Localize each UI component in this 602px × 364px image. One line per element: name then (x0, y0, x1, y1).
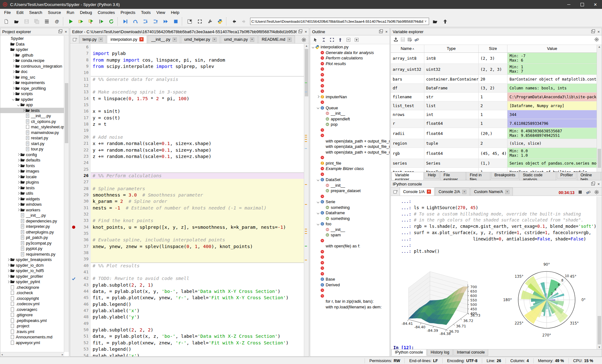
close-icon[interactable]: × (64, 30, 67, 34)
gutter-marker[interactable] (70, 217, 77, 224)
outline-item-__init__[interactable]: __init__ (310, 227, 390, 233)
parent-dir-icon[interactable] (440, 16, 450, 27)
project-item-spyder_pylint[interactable]: spyder_pylint (0, 279, 64, 285)
gutter-marker[interactable] (70, 192, 77, 198)
working-directory-input[interactable]: C:\Users\TestUser\Downloads\16740156420f… (250, 18, 429, 25)
menu-consoles[interactable]: Consoles (95, 9, 118, 15)
gutter-marker[interactable] (70, 89, 77, 95)
outline-item-dataframe[interactable]: CDataframe (310, 210, 390, 216)
project-item-defaults[interactable]: defaults (0, 157, 64, 163)
stop-debug-icon[interactable] (171, 16, 181, 27)
project-item-scripts[interactable]: scripts (0, 91, 64, 97)
editor-tab-umd_main.py[interactable]: umd_main.py✕ (221, 35, 258, 43)
variable-size[interactable]: (2, 3) (479, 53, 508, 64)
back-icon[interactable] (229, 16, 239, 27)
outline-item-item[interactable]: % (310, 265, 390, 271)
project-item-data[interactable]: Data (0, 41, 64, 47)
gutter-marker[interactable] (70, 205, 77, 211)
undock-icon[interactable] (379, 30, 383, 33)
editor-scrollbar[interactable]: ▲ (304, 44, 309, 356)
run-selection-icon[interactable] (96, 16, 106, 27)
variable-size[interactable]: 1 (479, 168, 508, 172)
outline-item-print_file[interactable]: fprint_file (310, 161, 390, 166)
project-item-__init__.py[interactable]: __init__.py (0, 213, 64, 218)
project-item-start.py[interactable]: start.py (0, 141, 64, 147)
project-item-tests[interactable]: tests (0, 185, 64, 191)
project-item-fonts[interactable]: fonts (0, 163, 64, 169)
console-options-gear-icon[interactable] (594, 190, 599, 196)
outline-item-item[interactable]: % (310, 88, 390, 94)
variable-value[interactable]: Series object of pandas.core.series mod… (507, 159, 597, 167)
outline-item-item[interactable]: % (310, 238, 390, 244)
chevron-down-icon[interactable] (316, 212, 320, 214)
project-item-workers[interactable]: workers (0, 207, 64, 213)
outline-item-example-bitzer-class[interactable]: %Example Bitzer class (310, 166, 390, 172)
variable-type[interactable]: str (424, 93, 479, 101)
variable-value[interactable]: C:\ProgramData\Anaconda3\lib\site-packa… (507, 93, 597, 101)
project-item-spyder_io_dcm[interactable]: spyder_io_dcm (0, 263, 64, 268)
project-item-otherplugins.py[interactable]: otherplugins.py (0, 229, 64, 235)
gutter-marker[interactable] (70, 50, 77, 57)
outline-item-__init__[interactable]: __init__ (310, 183, 390, 188)
fullscreen-icon[interactable] (195, 16, 205, 27)
close-tab-icon[interactable]: ✕ (427, 190, 431, 194)
chevron-right-icon[interactable] (17, 170, 20, 172)
outline-item-item[interactable]: % (310, 155, 390, 161)
chevron-right-icon[interactable] (7, 281, 10, 283)
chevron-right-icon[interactable] (17, 209, 20, 211)
outline-item-something[interactable]: msomething (310, 216, 390, 221)
console-tab-custom-name-a[interactable]: Custom Name/A✕ (470, 188, 513, 196)
chevron-right-icon[interactable] (12, 87, 15, 89)
project-item-img_src[interactable]: img_src (0, 75, 64, 80)
variable-size[interactable]: 1 (479, 119, 508, 128)
gutter-marker[interactable] (70, 153, 77, 160)
gutter-marker[interactable] (70, 263, 77, 269)
outline-item-serie[interactable]: CSerie (310, 199, 390, 205)
project-item-__init__.py[interactable]: __init__.py (0, 113, 64, 119)
variable-value[interactable]: BarContainer object of matplotlib.conta… (507, 75, 597, 83)
continue-icon[interactable] (161, 16, 171, 27)
chevron-down-icon[interactable]: ˅ (423, 20, 428, 23)
menu-projects[interactable]: Projects (118, 9, 138, 15)
gutter-marker[interactable] (70, 250, 77, 256)
chevron-right-icon[interactable] (12, 60, 15, 62)
file-switcher-icon[interactable] (42, 16, 52, 27)
close-tab-icon[interactable]: ✕ (287, 38, 292, 42)
variable-type[interactable]: uint32 (424, 64, 479, 75)
outline-item-something[interactable]: msomething (310, 205, 390, 210)
outline-item-item[interactable]: % (310, 127, 390, 133)
project-item-.ciocopyright[interactable]: .ciocopyright (0, 296, 64, 301)
gutter-marker[interactable] (70, 63, 77, 70)
close-tab-icon[interactable]: ✕ (99, 38, 103, 42)
gutter-marker[interactable] (70, 198, 77, 204)
chevron-right-icon[interactable] (12, 65, 15, 67)
project-item-doc[interactable]: doc (0, 69, 64, 75)
project-item-locale[interactable]: locale (0, 174, 64, 180)
close-icon[interactable]: × (304, 30, 307, 34)
project-hscrollbar[interactable]: ◂▸ (0, 352, 64, 356)
variable-size[interactable]: 1 (479, 110, 508, 119)
pane-tab-profiler[interactable]: Profiler (557, 172, 576, 179)
variable-value[interactable]: [Dataframe, Numpy array] (507, 101, 597, 110)
editor-tab-__init__.py[interactable]: __init__.py✕ (148, 35, 180, 43)
close-tab-icon[interactable]: ✕ (173, 38, 177, 42)
variable-value[interactable]: Min: -7Max: 6 (507, 53, 597, 64)
outline-item-with-open-file-as-f-[interactable]: with open(file) as f: (310, 243, 390, 249)
project-item-app[interactable]: app (0, 102, 64, 108)
project-item-config[interactable]: config (0, 152, 64, 158)
project-item-spyder[interactable]: Spyder (0, 36, 64, 41)
gutter-marker[interactable] (70, 327, 77, 333)
import-icon[interactable] (393, 37, 398, 43)
cursor-icon[interactable] (312, 36, 319, 43)
gutter-marker[interactable] (70, 224, 77, 230)
project-item-widgets[interactable]: widgets (0, 196, 64, 202)
gutter-marker[interactable] (70, 333, 77, 339)
gutter-marker[interactable] (70, 314, 77, 320)
close-icon[interactable]: × (597, 30, 600, 34)
variable-name[interactable]: list_test (391, 101, 424, 110)
project-item-tests[interactable]: tests (0, 108, 64, 113)
variable-name[interactable]: series (391, 159, 424, 167)
gutter-marker[interactable] (70, 166, 77, 173)
chevron-right-icon[interactable] (12, 54, 15, 56)
outline-item-item[interactable]: % (310, 271, 390, 277)
